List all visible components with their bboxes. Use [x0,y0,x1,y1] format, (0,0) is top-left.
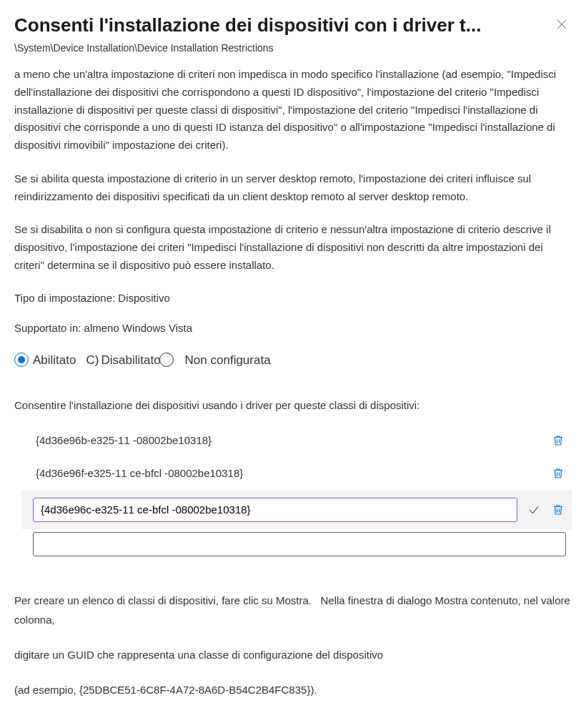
delete-button[interactable] [550,502,566,518]
list-item-new-input[interactable] [33,532,566,556]
description-paragraph: a meno che un'altra impostazione di crit… [14,66,572,154]
checkmark-icon [527,503,540,516]
radio-icon [159,353,174,367]
list-item-input[interactable] [33,498,517,522]
close-button[interactable] [552,14,572,34]
list-item-value: {4d36e96b-e325-11 -08002be10318} [33,433,542,449]
close-icon [556,19,567,30]
breadcrumb: \System\Device Installation\Device Insta… [14,41,572,56]
trash-icon [552,503,565,516]
radio-disabled-label: Disabilitato [101,351,160,370]
description-paragraph: Se si abilita questa impostazione di cri… [14,170,572,206]
confirm-button[interactable] [526,502,542,518]
state-radio-group: Abilitato C) Disabilitato Non configurat… [14,351,572,370]
radio-icon [14,353,29,367]
description-paragraph: Se si disabilita o non si configura ques… [14,221,572,274]
setting-type-label: Tipo di impostazione: Dispositivo [14,290,572,307]
list-item: {4d36e96b-e325-11 -08002be10318} [29,424,572,458]
radio-enabled[interactable]: Abilitato [14,351,76,370]
delete-button[interactable] [550,466,566,481]
radio-not-configured-label: Non configurata [185,351,271,370]
footer-help-text: Per creare un elenco di classi di dispos… [14,591,572,699]
trash-icon [552,434,565,447]
radio-not-configured[interactable]: Non configurata [185,351,271,370]
device-class-list-label: Consentire l'installazione dei dispositi… [14,398,572,414]
trash-icon [552,467,565,480]
supported-on-label: Supportato in: almeno Windows Vista [14,320,572,337]
delete-button[interactable] [550,433,566,448]
list-item-new [29,529,572,565]
device-class-list: {4d36e96b-e325-11 -08002be10318} {4d36e9… [29,424,572,565]
radio-enabled-label: Abilitato [33,351,76,370]
page-title: Consenti l'installazione dei dispositivi… [14,14,552,36]
footer-paragraph: digitare un GUID che rappresenta una cla… [14,645,572,664]
list-item: {4d36e96f-e325-11 ce-bfcl -08002be10318} [29,457,572,491]
footer-paragraph: (ad esempio, {25DBCE51-6C8F-4A72-8A6D-B5… [14,680,572,699]
list-item-editing [21,491,572,529]
description-block: a meno che un'altra impostazione di crit… [14,66,572,275]
footer-paragraph: Per creare un elenco di classi di dispos… [14,591,572,629]
radio-disabled[interactable]: C) Disabilitato [86,351,173,370]
list-item-value: {4d36e96f-e325-11 ce-bfcl -08002be10318} [33,466,542,482]
